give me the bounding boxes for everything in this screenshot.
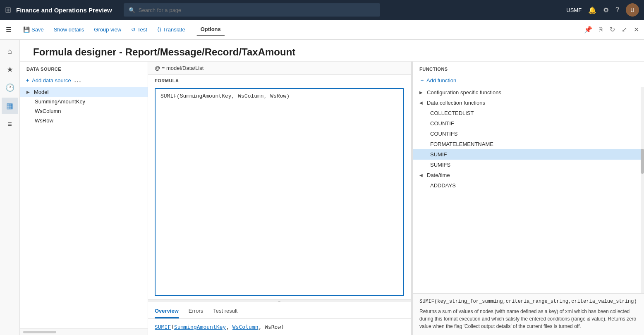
tab-overview[interactable]: Overview: [155, 305, 179, 318]
expand-icon: ◀: [419, 100, 424, 105]
app-title: Finance and Operations Preview: [16, 7, 112, 14]
tree-item-summing[interactable]: SummingAmountKey: [20, 97, 148, 106]
nav-home[interactable]: ⌂: [2, 43, 18, 60]
expand-icon: ◀: [419, 173, 424, 177]
func-desc-text: Returns a sum of values of nodes (with n…: [419, 308, 637, 330]
grid-icon[interactable]: ⊞: [5, 5, 11, 14]
search-input[interactable]: [139, 7, 375, 13]
expand-icon: ▶: [419, 90, 424, 95]
overview-content: SUMIF(SummingAmountKey, WsColumn, WsRow): [148, 319, 411, 335]
close-icon[interactable]: ✕: [632, 24, 641, 35]
func-group-config[interactable]: ▶ Configuration specific functions: [413, 87, 644, 98]
formula-bar: @ = model/Data/List: [148, 62, 411, 75]
notification-icon[interactable]: 🔔: [588, 6, 596, 14]
two-panel: DATA SOURCE ＋ Add data source ... ▶ Mode…: [20, 62, 644, 335]
avatar[interactable]: U: [626, 3, 639, 17]
hamburger-icon[interactable]: ☰: [3, 23, 14, 36]
functions-scrollbar[interactable]: [641, 87, 644, 293]
toolbar-right: 📌 ⎘ ↻ ⤢ ✕: [582, 24, 641, 35]
func-collectedlist[interactable]: COLLECTEDLIST: [413, 108, 644, 118]
expand-icon: ▶: [26, 90, 31, 94]
add-icon: ＋: [25, 77, 30, 84]
overview-tabs: Overview Errors Test result: [148, 302, 411, 319]
search-icon: 🔍: [129, 7, 135, 13]
save-icon: 💾: [23, 26, 30, 33]
tree-item-wsrow[interactable]: WsRow: [20, 116, 148, 125]
pin-icon[interactable]: 📌: [582, 24, 594, 35]
func-formatelementname[interactable]: FORMATELEMENTNAME: [413, 139, 644, 149]
functions-header: FUNCTIONS: [413, 62, 644, 75]
test-icon: ↺: [131, 26, 136, 33]
nav-right: USMF 🔔 ⚙ ? U: [566, 3, 639, 17]
tree-item-model[interactable]: ▶ Model: [20, 87, 148, 97]
copy-icon[interactable]: ⎘: [597, 24, 605, 35]
formula-textarea[interactable]: [156, 89, 403, 295]
tab-test-result[interactable]: Test result: [213, 305, 237, 318]
refresh-icon[interactable]: ↻: [608, 24, 617, 35]
test-button[interactable]: ↺ Test: [127, 24, 151, 35]
user-name: USMF: [566, 7, 582, 13]
right-panel: FUNCTIONS ＋ Add function ▶ Configuration…: [412, 62, 644, 335]
toolbar-divider: [193, 25, 193, 35]
horizontal-scrollbar[interactable]: [20, 328, 148, 335]
expand-icon[interactable]: ⤢: [620, 24, 629, 35]
translate-button[interactable]: ⟨⟩ Translate: [153, 24, 189, 35]
show-details-button[interactable]: Show details: [50, 24, 89, 35]
func-group-data-collection[interactable]: ◀ Data collection functions: [413, 98, 644, 108]
formula-editor[interactable]: [155, 88, 404, 296]
formula-label: FORMULA: [148, 75, 411, 85]
func-countifs[interactable]: COUNTIFS: [413, 129, 644, 139]
nav-workspaces[interactable]: ▦: [2, 98, 18, 114]
func-adddays[interactable]: ADDDAYS: [413, 180, 644, 191]
search-bar[interactable]: 🔍: [124, 3, 380, 17]
options-button[interactable]: Options: [196, 24, 225, 36]
save-button[interactable]: 💾 Save: [19, 24, 48, 35]
middle-panel: @ = model/Data/List FORMULA = Overview E…: [148, 62, 411, 335]
func-sumif[interactable]: SUMIF: [413, 149, 644, 160]
toolbar: ☰ 💾 Save Show details Group view ↺ Test …: [0, 20, 644, 40]
left-panel: DATA SOURCE ＋ Add data source ... ▶ Mode…: [20, 62, 148, 335]
add-function-button[interactable]: ＋ Add function: [413, 75, 644, 87]
nav-recent[interactable]: 🕐: [2, 79, 18, 96]
data-source-header: DATA SOURCE: [20, 62, 148, 75]
tree-item-wscolumn[interactable]: WsColumn: [20, 106, 148, 116]
nav-favorites[interactable]: ★: [2, 61, 18, 78]
main-layout: ⌂ ★ 🕐 ▦ ≡ Formula designer - Report/Mess…: [0, 40, 644, 335]
translate-icon: ⟨⟩: [157, 26, 161, 33]
nav-modules[interactable]: ≡: [2, 116, 18, 132]
side-nav: ⌂ ★ 🕐 ▦ ≡: [0, 40, 20, 335]
group-view-button[interactable]: Group view: [90, 24, 125, 35]
func-description: SUMIF(key_string_for_summing,criteria_ra…: [413, 293, 644, 335]
func-group-datetime[interactable]: ◀ Date/time: [413, 170, 644, 180]
content-area: Formula designer - Report/Message/Record…: [20, 40, 644, 335]
page-title: Formula designer - Report/Message/Record…: [20, 40, 644, 62]
functions-tree: ▶ Configuration specific functions ◀ Dat…: [413, 87, 644, 293]
add-function-icon: ＋: [419, 77, 425, 84]
scroll-thumb[interactable]: [23, 331, 56, 333]
settings-icon[interactable]: ⚙: [603, 6, 609, 14]
scrollbar-thumb[interactable]: [641, 149, 644, 174]
add-data-source-button[interactable]: ＋ Add data source: [25, 77, 71, 84]
formula-display: SUMIF(SummingAmountKey, WsColumn, WsRow): [155, 324, 284, 330]
func-countif[interactable]: COUNTIF: [413, 118, 644, 129]
func-sumifs[interactable]: SUMIFS: [413, 160, 644, 170]
top-nav: ⊞ Finance and Operations Preview 🔍 USMF …: [0, 0, 644, 20]
help-icon[interactable]: ?: [615, 6, 619, 14]
tab-errors[interactable]: Errors: [189, 305, 203, 318]
data-source-tree: ▶ Model SummingAmountKey WsColumn WsRow: [20, 87, 148, 328]
data-source-toolbar: ＋ Add data source ...: [20, 75, 148, 87]
more-options-button[interactable]: ...: [74, 77, 82, 84]
func-signature: SUMIF(key_string_for_summing,criteria_ra…: [419, 299, 637, 304]
